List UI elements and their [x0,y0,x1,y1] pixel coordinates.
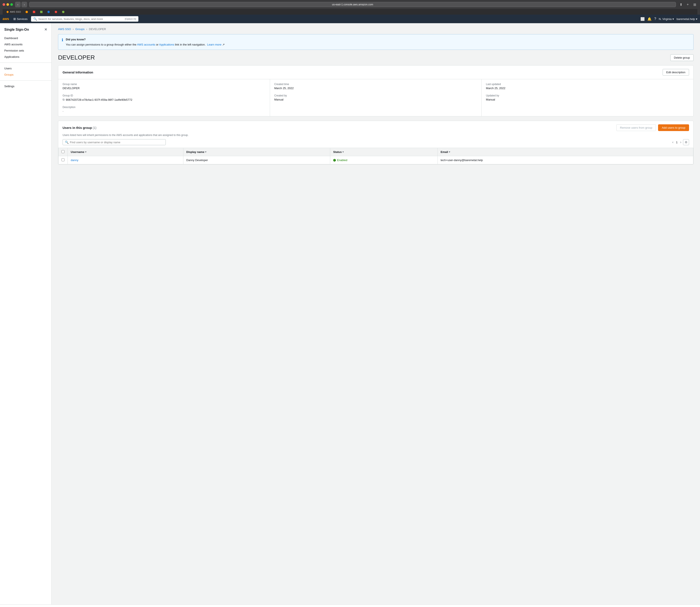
sidebar-item-applications[interactable]: Applications [0,54,52,60]
row-display-name: Danny Developer [183,156,330,164]
created-by-label: Created by [274,94,477,97]
group-id-value: ⧉ 9067420728-e78cfac1-937f-459a-98f7-1a4… [63,98,265,101]
traffic-lights [3,3,13,6]
breadcrumb-sso[interactable]: AWS SSO [58,27,71,31]
sidebar: Single Sign-On ✕ Dashboard AWS accounts … [0,23,52,604]
region-selector[interactable]: N. Virginia ▾ [659,17,674,21]
minimize-button[interactable] [6,3,9,6]
table-controls: 🔍 ‹ 1 › ⚙ [63,139,689,145]
table-head: Username ▾ Display name ▾ [59,148,693,156]
breadcrumb-current: DEVELOPER [89,27,106,31]
group-name-value: DEVELOPER [63,87,265,90]
back-button[interactable]: ‹ [15,2,21,7]
user-search-input[interactable] [70,141,163,144]
aws-logo: aws [3,17,9,21]
bookmark-3[interactable]: 🟥 [31,10,37,14]
new-tab-icon[interactable]: + [685,2,691,7]
browser-titlebar: ‹ › us-east-1.console.aws.amazon.com ⬆ +… [3,2,697,7]
sidebar-item-groups[interactable]: Groups [0,71,52,78]
user-search-field[interactable]: 🔍 [63,139,166,145]
bookmark-7[interactable]: 🟢 [60,10,66,14]
search-input[interactable] [38,17,124,21]
bookmark-aws-sso[interactable]: 🔶 AWS SSO [4,10,23,14]
bookmark-label: AWS SSO [10,11,21,13]
status-sort[interactable]: Status ▾ [333,150,344,153]
sidebar-item-settings[interactable]: Settings [0,83,52,89]
banner-learn-more[interactable]: Learn more [207,43,221,46]
email-sort[interactable]: Email ▾ [441,150,451,153]
row-checkbox[interactable] [61,158,64,161]
header-email[interactable]: Email ▾ [438,148,693,156]
header-status[interactable]: Status ▾ [330,148,438,156]
select-all-checkbox[interactable] [61,150,64,153]
username-link[interactable]: danny [71,159,78,162]
row-checkbox-cell[interactable] [59,156,68,164]
remove-users-button[interactable]: Remove users from group [616,124,656,131]
search-icon: 🔍 [33,17,37,21]
bookmark-4[interactable]: 🟩 [38,10,44,14]
close-button[interactable] [3,3,5,6]
last-updated-label: Last updated [486,83,689,86]
bookmark-6[interactable]: 🔴 [53,10,59,14]
grid-view-icon[interactable]: ⊞ [692,2,697,7]
notifications-icon[interactable]: 🔔 [647,17,652,21]
bookmark-5[interactable]: 🔵 [45,10,52,14]
header-username[interactable]: Username ▾ [68,148,183,156]
display-name-col-label: Display name [186,150,204,153]
row-email: tech+user-danny@baremetal.help [438,156,693,164]
sidebar-item-permission-sets[interactable]: Permission sets [0,47,52,54]
sidebar-item-aws-accounts[interactable]: AWS accounts [0,41,52,47]
display-name-sort[interactable]: Display name ▾ [186,150,206,153]
bookmark-3-favicon: 🟥 [33,10,36,13]
delete-group-button[interactable]: Delete group [670,54,694,61]
email-col-label: Email [441,150,448,153]
banner-link-applications[interactable]: Applications [159,43,174,46]
description-value: - [63,109,265,113]
card-header: General Information Edit description [58,65,693,79]
user-search-icon: 🔍 [65,141,68,144]
username-sort[interactable]: Username ▾ [71,150,86,153]
content-area: AWS SSO › Groups › DEVELOPER ℹ Did you k… [52,23,700,604]
group-id-label: Group ID [63,94,265,97]
maximize-button[interactable] [10,3,13,6]
page-header: DEVELOPER Delete group [58,54,694,61]
users-section-count: (1) [93,126,96,129]
support-icon[interactable]: ? [654,17,656,21]
browser-nav: ‹ › [15,2,27,7]
table-settings-button[interactable]: ⚙ [683,139,689,145]
display-name-sort-icon: ▾ [205,151,206,153]
search-bar[interactable]: 🔍 [Option+S] [31,16,138,22]
next-page-button[interactable]: › [679,140,682,145]
username-sort-icon: ▾ [85,151,86,153]
edit-description-button[interactable]: Edit description [663,69,689,76]
account-selector[interactable]: baremetal.help ▾ [677,17,697,21]
add-users-button[interactable]: Add users to group [658,124,689,131]
grid-icon: ⊞ [13,17,16,21]
forward-button[interactable]: › [21,2,27,7]
group-name-field: Group name DEVELOPER [63,83,265,90]
cloudshell-icon[interactable]: ⬜ [640,17,645,21]
page-number: 1 [675,141,678,144]
page-title: DEVELOPER [58,54,95,61]
sidebar-item-dashboard[interactable]: Dashboard [0,35,52,41]
banner-link-aws-accounts[interactable]: AWS accounts [137,43,155,46]
last-updated-value: March 25, 2022 [486,87,689,90]
share-icon[interactable]: ⬆ [678,2,684,7]
group-id-text: 9067420728-e78cfac1-937f-459a-98f7-1a4fe… [66,98,132,101]
sidebar-close-icon[interactable]: ✕ [44,27,47,32]
info-grid: Group name DEVELOPER Group ID ⧉ 90674207… [58,79,693,116]
sidebar-title: Single Sign-On ✕ [0,27,52,35]
updated-by-field: Updated by Manual [486,94,689,101]
breadcrumb-sep-2: › [86,27,87,31]
info-icon: ℹ [62,38,63,42]
copy-icon[interactable]: ⧉ [63,98,64,101]
breadcrumb-groups[interactable]: Groups [76,27,85,31]
services-button[interactable]: ⊞ Services [12,16,29,21]
sidebar-item-users[interactable]: Users [0,65,52,71]
bookmark-2[interactable]: 🟠 [23,10,30,14]
prev-page-button[interactable]: ‹ [672,140,674,145]
users-section-header-wrapper: Users in this group (1) Remove users fro… [58,121,693,145]
address-bar[interactable]: us-east-1.console.aws.amazon.com [29,2,676,7]
breadcrumb-sep-1: › [73,27,74,31]
header-display-name[interactable]: Display name ▾ [183,148,330,156]
